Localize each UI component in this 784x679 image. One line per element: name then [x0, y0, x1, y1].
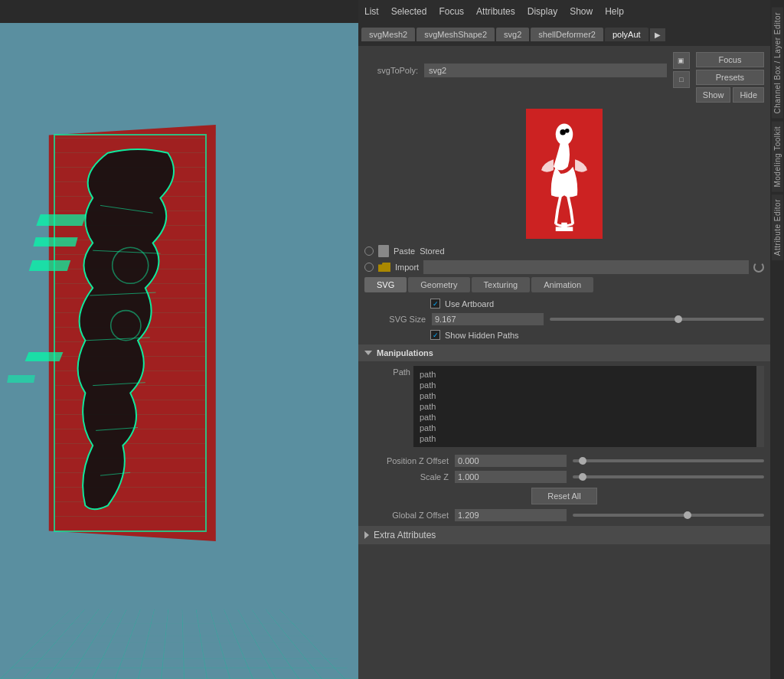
tab-polyaut[interactable]: polyAut: [605, 28, 648, 41]
scale-z-thumb[interactable]: [579, 473, 586, 481]
reset-all-button[interactable]: Reset All: [531, 488, 596, 504]
menu-selected[interactable]: Selected: [391, 6, 427, 17]
position-z-thumb[interactable]: [579, 457, 586, 465]
svg-point-12: [565, 129, 570, 133]
show-hidden-paths-check[interactable]: ✓: [430, 330, 440, 340]
inner-tab-texturing[interactable]: Texturing: [472, 277, 531, 292]
inner-tab-svg[interactable]: SVG: [364, 277, 407, 292]
path-label-row: Path path path path path path path path: [364, 366, 764, 452]
svg-size-track[interactable]: [550, 318, 764, 321]
position-z-row: Position Z Offset: [364, 455, 764, 467]
tab-shelldeformer2[interactable]: shellDeformer2: [531, 28, 603, 41]
panel-content: svgToPoly: ▣ □ Focus Presets Show Hide: [358, 46, 770, 679]
extra-attributes-arrow: [364, 531, 369, 539]
show-button[interactable]: Show: [696, 87, 731, 103]
path-item-3[interactable]: path: [420, 390, 758, 401]
svg-rect-14: [556, 227, 573, 231]
scale-z-row: Scale Z: [364, 471, 764, 483]
float-shape-5: [7, 375, 35, 383]
use-artboard-check[interactable]: ✓: [430, 299, 440, 308]
input-icon-1[interactable]: ▣: [673, 52, 690, 69]
path-label: Path: [364, 366, 410, 377]
extra-attributes-label: Extra Attributes: [374, 530, 436, 540]
input-icon-2[interactable]: □: [673, 71, 690, 88]
manipulations-section-header[interactable]: Manipulations: [358, 344, 770, 361]
paste-radio[interactable]: [364, 246, 374, 256]
path-item-5[interactable]: path: [420, 412, 758, 423]
tab-svgmeshshape2[interactable]: svgMeshShape2: [416, 28, 495, 41]
path-list[interactable]: path path path path path path path: [413, 366, 764, 447]
menu-display[interactable]: Display: [528, 6, 557, 17]
page-icon: [378, 245, 389, 257]
svgtopoly-input[interactable]: [424, 64, 667, 77]
svg-size-label: SVG Size: [364, 315, 426, 324]
scale-z-label: Scale Z: [364, 472, 449, 482]
svg-size-row: SVG Size: [364, 313, 764, 325]
import-radio[interactable]: [364, 263, 374, 272]
viewport-topbar: [0, 0, 358, 23]
svg-point-11: [560, 129, 566, 135]
attribute-panel: List Selected Focus Attributes Display S…: [358, 0, 770, 679]
tab-svgmesh2[interactable]: svgMesh2: [361, 28, 415, 41]
global-z-row: Global Z Offset: [364, 509, 764, 521]
hide-button[interactable]: Hide: [733, 87, 764, 103]
path-item-4[interactable]: path: [420, 401, 758, 412]
float-shape-4: [25, 352, 64, 361]
manipulations-label: Manipulations: [377, 348, 433, 357]
menu-show[interactable]: Show: [570, 6, 593, 17]
show-hidden-paths-row: ✓ Show Hidden Paths: [364, 330, 764, 340]
svg-size-thumb[interactable]: [675, 315, 682, 323]
focus-button[interactable]: Focus: [696, 52, 764, 67]
side-label-modeling-toolkit[interactable]: Modeling Toolkit: [772, 122, 783, 192]
position-z-label: Position Z Offset: [364, 456, 449, 465]
menu-attributes[interactable]: Attributes: [476, 6, 515, 17]
path-item-6[interactable]: path: [420, 423, 758, 433]
show-hidden-paths-label: Show Hidden Paths: [445, 331, 519, 340]
inner-tab-geometry[interactable]: Geometry: [408, 277, 469, 292]
silhouette-svg: [61, 145, 214, 521]
scale-z-value[interactable]: [455, 471, 567, 483]
side-strip: Channel Box / Layer Editor Modeling Tool…: [770, 0, 784, 679]
side-label-channel-box[interactable]: Channel Box / Layer Editor: [772, 8, 783, 119]
paste-radio-row: Paste Stored: [364, 245, 764, 257]
global-z-label: Global Z Offset: [364, 511, 449, 520]
image-preview: [526, 109, 603, 239]
svgtopoly-label: svgToPoly:: [364, 66, 418, 75]
global-z-thumb[interactable]: [684, 511, 691, 519]
file-input[interactable]: [423, 260, 749, 274]
scale-z-track[interactable]: [573, 475, 764, 478]
global-z-value[interactable]: [455, 509, 567, 521]
paste-label: Paste: [394, 246, 415, 256]
path-list-inner: path path path path path path path: [413, 366, 764, 447]
preview-svg: [534, 116, 595, 231]
viewport-3d[interactable]: [0, 0, 358, 679]
menu-list[interactable]: List: [364, 6, 379, 17]
import-radio-row: Import: [364, 260, 764, 274]
tab-scroll-arrow[interactable]: ▶: [650, 28, 665, 41]
inner-tab-animation[interactable]: Animation: [531, 277, 593, 292]
global-z-track[interactable]: [573, 514, 764, 517]
svg-size-value[interactable]: [432, 313, 544, 325]
folder-icon: [378, 263, 390, 272]
tab-svg2[interactable]: svg2: [496, 28, 529, 41]
path-item-2[interactable]: path: [420, 380, 758, 390]
position-z-track[interactable]: [573, 459, 764, 462]
side-label-attribute-editor[interactable]: Attribute Editor: [772, 194, 783, 260]
tabs-row: svgMesh2 svgMeshShape2 svg2 shellDeforme…: [358, 23, 770, 46]
import-label: Import: [395, 263, 419, 272]
menu-focus[interactable]: Focus: [439, 6, 464, 17]
stored-label: Stored: [420, 246, 444, 256]
use-artboard-row: ✓ Use Artboard: [364, 299, 764, 308]
menu-bar: List Selected Focus Attributes Display S…: [358, 0, 770, 23]
position-z-value[interactable]: [455, 455, 567, 467]
path-item-1[interactable]: path: [420, 369, 758, 380]
inner-tabs: SVG Geometry Texturing Animation: [364, 277, 764, 292]
menu-help[interactable]: Help: [605, 6, 624, 17]
path-item-7[interactable]: path: [420, 433, 758, 444]
refresh-icon[interactable]: [753, 262, 764, 273]
grid-floor: [0, 609, 358, 679]
presets-button[interactable]: Presets: [696, 70, 764, 85]
right-panel: List Selected Focus Attributes Display S…: [358, 0, 784, 679]
path-scrollbar[interactable]: [756, 366, 764, 447]
extra-attributes-section[interactable]: Extra Attributes: [358, 526, 770, 544]
